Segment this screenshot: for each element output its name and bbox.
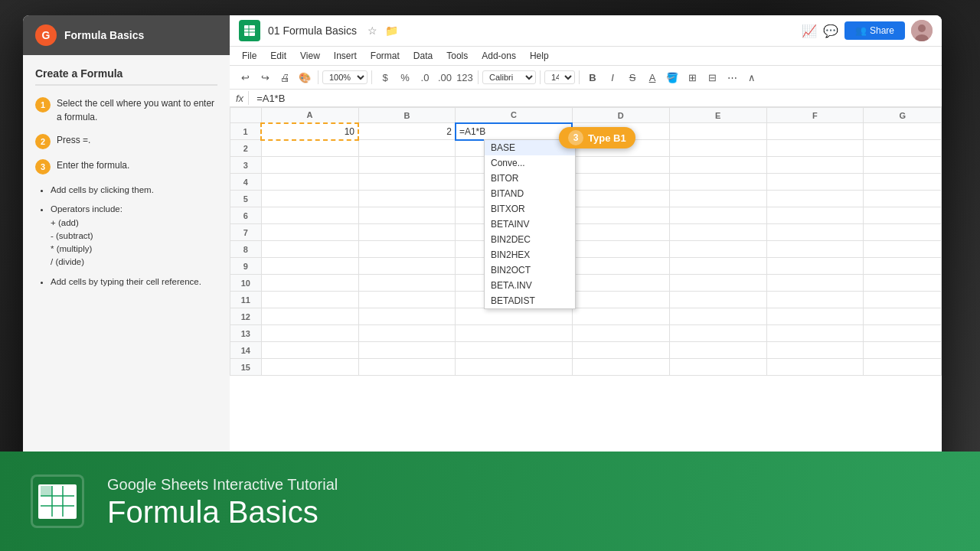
cell-5-3[interactable] <box>572 191 669 207</box>
cell-1-1[interactable]: 2 <box>358 123 456 140</box>
decimal-less-button[interactable]: .00 <box>436 68 454 86</box>
cell-6-1[interactable] <box>358 207 456 224</box>
cell-7-0[interactable] <box>261 224 358 241</box>
font-select[interactable]: Calibri <box>482 70 536 84</box>
col-header-f[interactable]: F <box>766 108 864 123</box>
undo-button[interactable]: ↩ <box>236 68 254 86</box>
bold-button[interactable]: B <box>583 68 602 86</box>
cell-3-3[interactable] <box>572 157 669 174</box>
cell-5-6[interactable] <box>864 191 942 207</box>
cell-13-2[interactable] <box>456 325 572 342</box>
folder-icon[interactable]: 📁 <box>385 24 398 37</box>
cell-5-1[interactable] <box>358 191 456 207</box>
star-icon[interactable]: ☆ <box>368 24 377 37</box>
cell-5-5[interactable] <box>766 191 864 207</box>
cell-7-4[interactable] <box>669 224 766 241</box>
chart-icon[interactable]: 📈 <box>802 24 817 38</box>
cell-9-3[interactable] <box>572 258 669 275</box>
cell-12-0[interactable] <box>261 308 358 325</box>
col-header-g[interactable]: G <box>864 108 942 123</box>
autocomplete-item-1[interactable]: Conve... <box>485 155 575 171</box>
autocomplete-item-7[interactable]: BIN2HEX <box>485 247 575 262</box>
cell-14-1[interactable] <box>358 342 456 359</box>
menu-edit[interactable]: Edit <box>264 48 292 64</box>
cell-13-4[interactable] <box>669 325 766 342</box>
cell-11-0[interactable] <box>261 292 358 308</box>
col-header-b[interactable]: B <box>358 108 456 123</box>
cell-14-3[interactable] <box>572 342 669 359</box>
cell-13-6[interactable] <box>864 325 942 342</box>
italic-button[interactable]: I <box>603 68 622 86</box>
menu-file[interactable]: File <box>236 48 263 64</box>
cell-8-0[interactable] <box>261 241 358 258</box>
percent-button[interactable]: % <box>396 68 414 86</box>
cell-9-5[interactable] <box>766 258 864 275</box>
cell-1-5[interactable] <box>766 123 864 140</box>
cell-10-5[interactable] <box>766 275 864 292</box>
cell-11-6[interactable] <box>864 292 942 308</box>
cell-8-3[interactable] <box>572 241 669 258</box>
cell-4-4[interactable] <box>669 174 766 191</box>
cell-11-4[interactable] <box>669 292 766 308</box>
cell-3-5[interactable] <box>766 157 864 174</box>
cell-14-5[interactable] <box>766 342 864 359</box>
cell-10-6[interactable] <box>864 275 942 292</box>
cell-8-1[interactable] <box>358 241 456 258</box>
col-header-e[interactable]: E <box>669 108 766 123</box>
menu-help[interactable]: Help <box>524 48 555 64</box>
cell-11-5[interactable] <box>766 292 864 308</box>
cell-6-3[interactable] <box>572 207 669 224</box>
cell-10-3[interactable] <box>572 275 669 292</box>
cell-8-6[interactable] <box>864 241 942 258</box>
cell-15-4[interactable] <box>669 359 766 376</box>
cell-14-4[interactable] <box>669 342 766 359</box>
comment-icon[interactable]: 💬 <box>823 24 838 38</box>
cell-5-4[interactable] <box>669 191 766 207</box>
autocomplete-item-5[interactable]: BETAINV <box>485 217 575 232</box>
cell-8-4[interactable] <box>669 241 766 258</box>
cell-9-6[interactable] <box>864 258 942 275</box>
cell-4-1[interactable] <box>358 174 456 191</box>
cell-13-5[interactable] <box>766 325 864 342</box>
strikethrough-button[interactable]: S <box>623 68 642 86</box>
autocomplete-item-8[interactable]: BIN2OCT <box>485 262 575 278</box>
cell-1-0[interactable]: 10 <box>261 123 358 140</box>
cell-15-0[interactable] <box>261 359 358 376</box>
cell-6-5[interactable] <box>766 207 864 224</box>
cell-10-0[interactable] <box>261 275 358 292</box>
cell-15-3[interactable] <box>572 359 669 376</box>
cell-10-1[interactable] <box>358 275 456 292</box>
cell-12-4[interactable] <box>669 308 766 325</box>
cell-13-3[interactable] <box>572 325 669 342</box>
cell-15-5[interactable] <box>766 359 864 376</box>
cell-2-5[interactable] <box>766 140 864 157</box>
cell-15-6[interactable] <box>864 359 942 376</box>
cell-14-6[interactable] <box>864 342 942 359</box>
cell-13-1[interactable] <box>358 325 456 342</box>
zoom-select[interactable]: 100% <box>322 70 368 84</box>
cell-15-1[interactable] <box>358 359 456 376</box>
autocomplete-item-2[interactable]: BITOR <box>485 171 575 186</box>
underline-button[interactable]: A <box>643 68 662 86</box>
col-header-d[interactable]: D <box>572 108 669 123</box>
autocomplete-item-4[interactable]: BITXOR <box>485 201 575 217</box>
menu-data[interactable]: Data <box>407 48 439 64</box>
cell-2-4[interactable] <box>669 140 766 157</box>
cell-8-5[interactable] <box>766 241 864 258</box>
cell-2-0[interactable] <box>261 140 358 157</box>
autocomplete-dropdown[interactable]: BASEConve...BITORBITANDBITXORBETAINVBIN2… <box>484 139 576 309</box>
cell-4-5[interactable] <box>766 174 864 191</box>
cell-2-6[interactable] <box>864 140 942 157</box>
cell-3-0[interactable] <box>261 157 358 174</box>
borders-button[interactable]: ⊞ <box>683 68 701 86</box>
cell-7-1[interactable] <box>358 224 456 241</box>
cell-11-1[interactable] <box>358 292 456 308</box>
cell-12-5[interactable] <box>766 308 864 325</box>
redo-button[interactable]: ↪ <box>256 68 274 86</box>
cell-3-1[interactable] <box>358 157 456 174</box>
cell-7-6[interactable] <box>864 224 942 241</box>
menu-tools[interactable]: Tools <box>440 48 474 64</box>
menu-addons[interactable]: Add-ons <box>475 48 522 64</box>
menu-format[interactable]: Format <box>364 48 406 64</box>
cell-14-0[interactable] <box>261 342 358 359</box>
